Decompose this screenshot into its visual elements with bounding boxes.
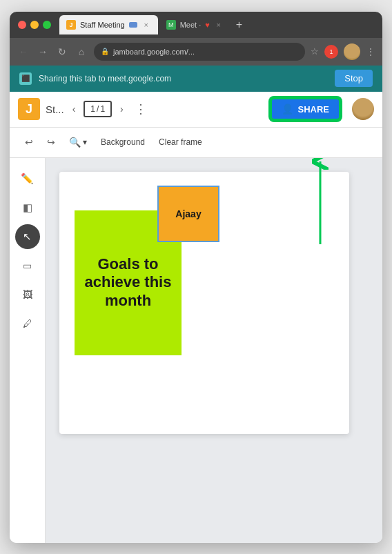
sharing-banner: ⬛ Sharing this tab to meet.google.com St…: [10, 66, 382, 92]
eraser-icon: ◧: [23, 201, 32, 214]
jamboard-favicon: J: [66, 20, 76, 30]
new-tab-button[interactable]: +: [232, 19, 246, 31]
frame-total: 1: [100, 104, 105, 114]
background-label: Background: [101, 137, 145, 147]
media-indicator: [129, 22, 137, 28]
record-icon[interactable]: 1: [324, 45, 338, 59]
eraser-tool[interactable]: ◧: [15, 195, 40, 220]
note-tool[interactable]: ▭: [15, 253, 40, 278]
clear-frame-label: Clear frame: [159, 137, 202, 147]
next-frame-button[interactable]: ›: [117, 101, 126, 117]
zoom-icon: 🔍: [69, 137, 81, 148]
share-icon-glyph: ⬛: [21, 75, 30, 82]
zoom-button[interactable]: 🔍 ▾: [63, 132, 92, 152]
sticky-orange-text: Ajaay: [175, 208, 201, 219]
sharing-tab-icon: ⬛: [19, 72, 32, 85]
zoom-dropdown-icon: ▾: [83, 137, 87, 147]
share-label: SHARE: [297, 104, 329, 115]
record-number: 1: [329, 48, 333, 55]
home-button[interactable]: ⌂: [75, 46, 88, 57]
jamboard-logo: J: [18, 98, 40, 120]
sticky-note-orange[interactable]: Ajaay: [157, 186, 219, 242]
frame-canvas: Goals to achieve this month Ajaay: [59, 172, 349, 434]
sharing-text: Sharing this tab to meet.google.com: [39, 74, 328, 83]
select-tool[interactable]: ↖: [15, 224, 40, 249]
laser-tool[interactable]: 🖊: [15, 311, 40, 336]
tabs-bar: J Staff Meeting × M Meet · ♥ × +: [59, 15, 374, 34]
undo-icon: ↩: [25, 137, 33, 148]
meet-favicon: M: [166, 20, 176, 30]
tool-panel: ✏️ ◧ ↖ ▭ 🖼 🖊: [10, 158, 46, 543]
document-title: St...: [46, 103, 64, 115]
tab-jamboard-label: Staff Meeting: [80, 21, 125, 29]
redo-button[interactable]: ↪: [41, 132, 61, 152]
lock-icon: 🔒: [101, 48, 109, 55]
heart-icon: ♥: [205, 21, 210, 29]
traffic-lights: [18, 21, 51, 29]
forward-button[interactable]: →: [36, 46, 50, 57]
clear-frame-button[interactable]: Clear frame: [153, 133, 208, 151]
frame-current: 1: [90, 104, 95, 114]
laser-icon: 🖊: [23, 318, 32, 329]
image-icon: 🖼: [23, 289, 32, 300]
toolbar: ↩ ↪ 🔍 ▾ Background Clear frame: [10, 128, 382, 158]
address-input[interactable]: 🔒 jamboard.google.com/...: [94, 43, 305, 61]
pen-tool[interactable]: ✏️: [15, 166, 40, 191]
frame-separator: /: [97, 104, 99, 114]
maximize-window-button[interactable]: [43, 21, 51, 29]
browser-menu-button[interactable]: ⋮: [366, 46, 375, 57]
redo-icon: ↪: [47, 137, 55, 148]
background-button[interactable]: Background: [95, 133, 150, 151]
url-text: jamboard.google.com/...: [113, 48, 195, 56]
address-bar: ← → ↻ ⌂ 🔒 jamboard.google.com/... ☆ 1 ⋮: [10, 38, 382, 66]
pen-icon: ✏️: [21, 172, 34, 185]
user-avatar[interactable]: [352, 98, 374, 120]
close-window-button[interactable]: [18, 21, 26, 29]
image-tool[interactable]: 🖼: [15, 282, 40, 307]
app-header: J St... ‹ 1 / 1 › ⋮ 👤 SHARE: [10, 92, 382, 128]
canvas-wrapper: Goals to achieve this month Ajaay: [46, 158, 382, 543]
profile-avatar-small[interactable]: [344, 43, 360, 60]
bookmark-icon[interactable]: ☆: [311, 46, 319, 57]
share-button[interactable]: 👤 SHARE: [270, 97, 341, 121]
refresh-button[interactable]: ↻: [55, 46, 69, 57]
back-button[interactable]: ←: [17, 46, 30, 57]
select-icon: ↖: [23, 230, 32, 243]
prev-frame-button[interactable]: ‹: [70, 101, 79, 117]
share-person-icon: 👤: [282, 103, 293, 115]
tab-jamboard-close[interactable]: ×: [141, 20, 151, 30]
more-options-button[interactable]: ⋮: [135, 101, 147, 117]
tab-meet-label: Meet ·: [180, 21, 202, 29]
title-bar: J Staff Meeting × M Meet · ♥ × +: [10, 12, 382, 38]
content-area: ✏️ ◧ ↖ ▭ 🖼 🖊: [10, 158, 382, 543]
tab-meet-close[interactable]: ×: [214, 20, 224, 30]
sticky-green-text: Goals to achieve this month: [83, 255, 173, 310]
tab-jamboard[interactable]: J Staff Meeting ×: [59, 15, 158, 34]
minimize-window-button[interactable]: [30, 21, 39, 29]
frame-indicator: 1 / 1: [84, 101, 112, 117]
tab-meet[interactable]: M Meet · ♥ ×: [159, 15, 231, 34]
undo-button[interactable]: ↩: [19, 132, 39, 152]
note-icon: ▭: [23, 260, 32, 271]
stop-sharing-button[interactable]: Stop: [335, 70, 373, 87]
